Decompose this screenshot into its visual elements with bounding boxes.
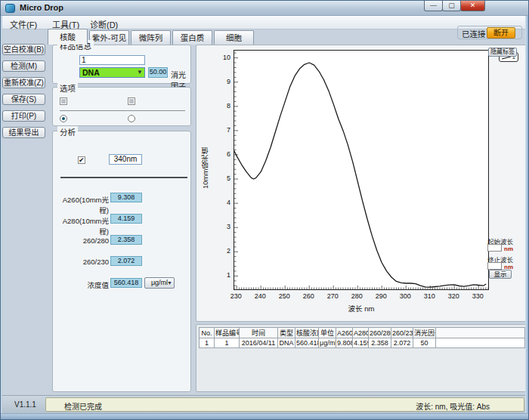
x-tick-label: 280: [348, 292, 366, 300]
cell-extinction: 50: [413, 338, 436, 348]
menu-bar: 文件(F) 工具(T) 诊断(D): [1, 16, 528, 29]
sample-id-input[interactable]: 1: [79, 55, 145, 65]
results-table-panel: No. 样品编号 时间 类型 核酸浓度 单位 A260 A280 260/280…: [196, 324, 527, 392]
a260-value: 9.308: [110, 193, 142, 202]
y-axis-title: 10mm吸光值: [200, 121, 211, 189]
col-filler: [436, 328, 525, 338]
spectrum-plot-area: [234, 50, 489, 290]
table-header-row: No. 样品编号 时间 类型 核酸浓度 单位 A260 A280 260/280…: [200, 328, 525, 338]
ratio-260-280-label: 260/280: [54, 236, 109, 245]
y-tick-label: 4: [217, 199, 230, 206]
option-radio-1[interactable]: [60, 115, 67, 122]
tab-protein[interactable]: 蛋白质: [172, 30, 212, 45]
export-results-button[interactable]: 结果导出: [2, 127, 45, 138]
cell-unit: μg/ml: [319, 338, 336, 348]
wavelength-checkbox[interactable]: [78, 156, 85, 164]
col-sample-id: 样品编号: [215, 328, 240, 338]
status-strip: 检测已完成 波长: nm, 吸光值: Abs: [45, 397, 524, 412]
x-tick-label: 240: [251, 292, 269, 300]
results-table: No. 样品编号 时间 类型 核酸浓度 单位 A260 A280 260/280…: [199, 327, 525, 348]
table-row[interactable]: 1 1 2016/04/11 DNA 560.418 μg/ml 9.808 4…: [200, 338, 525, 348]
caption-buttons: — ▢ ✕: [425, 1, 485, 11]
window-edge-right: [525, 16, 528, 420]
tab-cell[interactable]: 细胞: [214, 30, 254, 45]
chevron-down-icon: ▼: [137, 68, 143, 77]
measure-button[interactable]: 检测(M): [2, 60, 45, 72]
sample-type-select[interactable]: DNA ▼: [79, 67, 145, 78]
options-title: 选项: [57, 82, 78, 94]
cell-a260: 9.808: [336, 338, 353, 348]
minimize-icon[interactable]: —: [424, 1, 443, 11]
window-edge-bottom: [1, 413, 528, 420]
close-icon[interactable]: ✕: [460, 1, 485, 11]
option-checkbox-1[interactable]: [60, 97, 67, 105]
blank-calibration-button[interactable]: 空白校准(B): [2, 44, 45, 55]
analysis-divider: [60, 177, 187, 178]
menu-file[interactable]: 文件(F): [7, 17, 40, 31]
save-button[interactable]: 保存(S): [2, 94, 45, 105]
x-tick-label: 330: [469, 292, 487, 300]
a260-label: A260(10mm光程): [54, 194, 109, 215]
cell-260-280: 2.358: [369, 338, 391, 348]
y-tick-label: 5: [217, 174, 230, 182]
col-unit: 单位: [319, 328, 336, 338]
sample-info-group: 样品信息 1 DNA ▼ 50.00 消光因子: [52, 45, 191, 84]
spectrum-chart-panel: 10mm吸光值 1 波长 nm 隐藏标签 起始波长 nm 终止波长 nm 显示 …: [196, 45, 527, 322]
col-time: 时间: [240, 328, 278, 338]
y-tick-label: 1: [217, 271, 230, 279]
col-a280: A280: [353, 328, 369, 338]
status-units: 波长: nm, 吸光值: Abs: [416, 400, 490, 412]
title-bar: Micro Drop — ▢ ✕: [1, 1, 528, 16]
x-tick-label: 290: [372, 292, 390, 300]
option-checkbox-2[interactable]: [128, 97, 135, 105]
y-tick-label: 10: [217, 54, 230, 61]
x-tick-label: 260: [299, 292, 317, 300]
print-button[interactable]: 打印(P): [2, 110, 45, 122]
col-no: No.: [200, 328, 215, 338]
wavelength-input[interactable]: 340nm: [109, 154, 142, 165]
x-tick-label: 320: [444, 292, 462, 300]
tab-uv-vis[interactable]: 紫外-可见: [89, 30, 129, 45]
a280-label: A280(10mm光程): [54, 215, 109, 236]
start-nm-unit: nm: [504, 246, 513, 252]
cell-a280: 4.159: [353, 338, 369, 348]
window-title: Micro Drop: [20, 3, 63, 12]
x-tick-label: 230: [227, 292, 245, 300]
col-260-230: 260/230: [391, 328, 413, 338]
y-tick-label: 2: [217, 247, 230, 255]
y-tick-label: 3: [217, 223, 230, 230]
tab-nucleic-acid[interactable]: 核酸: [48, 29, 88, 45]
status-message: 检测已完成: [64, 400, 102, 412]
a280-value: 4.159: [110, 214, 142, 224]
cell-no: 1: [200, 338, 215, 348]
end-wavelength-input[interactable]: [487, 262, 502, 270]
unit-select[interactable]: μg/ml ▼: [144, 277, 175, 289]
maximize-icon[interactable]: ▢: [442, 1, 461, 11]
window-edge-left: [1, 16, 2, 420]
options-divider: [60, 110, 185, 111]
start-wavelength-input[interactable]: [487, 244, 502, 252]
app-window: Micro Drop — ▢ ✕ 文件(F) 工具(T) 诊断(D) 核酸 紫外…: [0, 0, 529, 420]
options-group: 选项: [52, 87, 191, 126]
app-icon: [5, 4, 15, 13]
y-tick-label: 9: [217, 78, 230, 85]
option-radio-2[interactable]: [128, 115, 135, 122]
legend-line-icon: [502, 57, 511, 60]
disconnect-button[interactable]: 断开: [487, 27, 515, 39]
chevron-down-icon: ▼: [167, 279, 172, 288]
concentration-value: 560.418: [110, 278, 142, 288]
hide-labels-button[interactable]: 隐藏标签: [488, 48, 517, 57]
ratio-260-230-value: 2.072: [110, 256, 142, 266]
connection-status: 已连接: [462, 28, 486, 39]
col-type: 类型: [278, 328, 295, 338]
cell-concentration: 560.418: [295, 338, 319, 348]
y-tick-label: 7: [217, 126, 230, 134]
tab-microarray[interactable]: 微阵列: [131, 30, 171, 45]
extinction-factor-field[interactable]: 50.00: [148, 67, 168, 78]
analysis-group: 分析 340nm A260(10mm光程) 9.308 A280(10mm光程)…: [52, 131, 191, 392]
ratio-260-280-value: 2.358: [110, 235, 142, 245]
recalibrate-button[interactable]: 重新校准(Z): [2, 77, 45, 88]
menu-diagnostics[interactable]: 诊断(D): [87, 17, 121, 31]
ratio-260-230-label: 260/230: [54, 258, 109, 266]
show-button[interactable]: 显示: [489, 270, 512, 279]
